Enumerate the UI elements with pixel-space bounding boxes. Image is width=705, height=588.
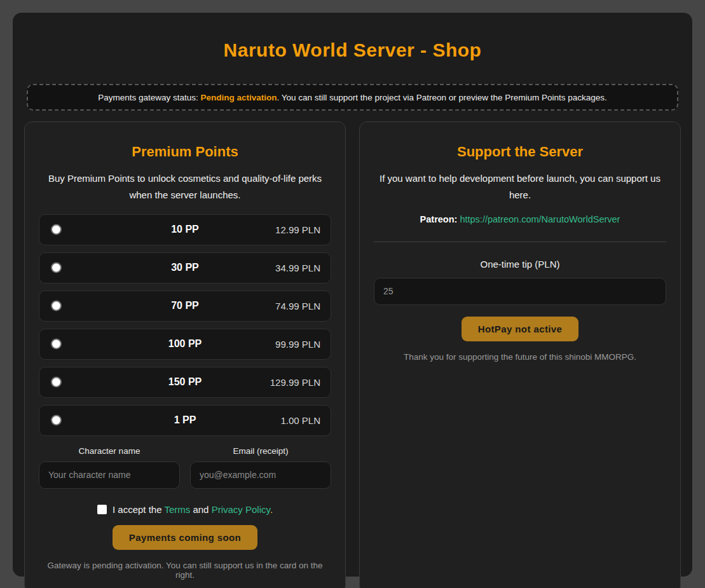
package-price: 74.99 PLN xyxy=(275,301,320,311)
support-description: If you want to help development before l… xyxy=(374,170,666,204)
divider xyxy=(374,242,666,242)
terms-text: I accept the Terms and Privacy Policy. xyxy=(113,504,273,515)
tip-label: One-time tip (PLN) xyxy=(374,259,666,270)
accept-terms-checkbox[interactable] xyxy=(97,505,107,514)
package-list: 10 PP12.99 PLN30 PP34.99 PLN70 PP74.99 P… xyxy=(39,214,331,436)
package-radio[interactable] xyxy=(51,339,62,350)
package-row[interactable]: 70 PP74.99 PLN xyxy=(39,291,331,322)
payments-coming-soon-button[interactable]: Payments coming soon xyxy=(113,525,257,550)
package-price: 12.99 PLN xyxy=(275,224,320,235)
package-row[interactable]: 30 PP34.99 PLN xyxy=(39,252,331,284)
terms-link[interactable]: Terms xyxy=(164,504,190,515)
email-label: Email (receipt) xyxy=(190,446,331,456)
gateway-status-text: Payments gateway status: Pending activat… xyxy=(98,93,607,102)
package-radio[interactable] xyxy=(51,224,62,235)
package-price: 1.00 PLN xyxy=(280,415,320,426)
page-title: Naruto World Server - Shop xyxy=(24,39,681,61)
package-radio[interactable] xyxy=(51,415,62,426)
support-server-title: Support the Server xyxy=(374,144,666,160)
package-pp-label: 30 PP xyxy=(171,262,199,273)
character-name-input[interactable] xyxy=(39,462,180,489)
package-radio[interactable] xyxy=(51,301,62,311)
package-price: 34.99 PLN xyxy=(275,263,320,273)
patreon-link[interactable]: https://patreon.com/NarutoWorldServer xyxy=(460,214,620,224)
character-name-label: Character name xyxy=(39,446,180,456)
gateway-footnote: Gateway is pending activation. You can s… xyxy=(39,561,331,580)
hotpay-button[interactable]: HotPay not active xyxy=(462,317,579,341)
terms-row: I accept the Terms and Privacy Policy. xyxy=(39,504,331,515)
patreon-label: Patreon: xyxy=(420,214,458,224)
package-row[interactable]: 10 PP12.99 PLN xyxy=(39,214,331,245)
package-row[interactable]: 150 PP129.99 PLN xyxy=(39,367,331,398)
package-price: 129.99 PLN xyxy=(270,377,320,388)
package-row[interactable]: 1 PP1.00 PLN xyxy=(39,405,331,436)
package-pp-label: 1 PP xyxy=(174,414,196,426)
thanks-text: Thank you for supporting the future of t… xyxy=(374,352,666,362)
premium-points-card: Premium Points Buy Premium Points to unl… xyxy=(24,121,346,588)
support-server-card: Support the Server If you want to help d… xyxy=(359,121,681,588)
package-radio[interactable] xyxy=(51,377,62,388)
email-field-group: Email (receipt) xyxy=(190,446,331,489)
package-pp-label: 150 PP xyxy=(168,376,202,388)
package-pp-label: 70 PP xyxy=(171,300,199,311)
cards-row: Premium Points Buy Premium Points to unl… xyxy=(24,121,681,575)
email-input[interactable] xyxy=(190,462,331,489)
gateway-status-banner: Payments gateway status: Pending activat… xyxy=(27,84,678,111)
support-button-wrap: HotPay not active xyxy=(374,317,666,341)
package-pp-label: 10 PP xyxy=(171,224,199,235)
premium-points-title: Premium Points xyxy=(39,144,331,160)
package-radio[interactable] xyxy=(51,263,62,273)
patreon-line: Patreon: https://patreon.com/NarutoWorld… xyxy=(374,214,666,224)
tip-amount-input[interactable] xyxy=(374,278,666,305)
premium-points-description: Buy Premium Points to unlock cosmetics a… xyxy=(39,170,331,204)
buyer-form: Character name Email (receipt) xyxy=(39,446,331,489)
package-pp-label: 100 PP xyxy=(168,338,202,350)
character-field-group: Character name xyxy=(39,446,180,489)
status-badge: Pending activation xyxy=(201,93,277,102)
package-price: 99.99 PLN xyxy=(275,339,320,350)
privacy-policy-link[interactable]: Privacy Policy xyxy=(212,504,270,515)
main-container: Naruto World Server - Shop Payments gate… xyxy=(13,13,692,577)
package-row[interactable]: 100 PP99.99 PLN xyxy=(39,329,331,360)
